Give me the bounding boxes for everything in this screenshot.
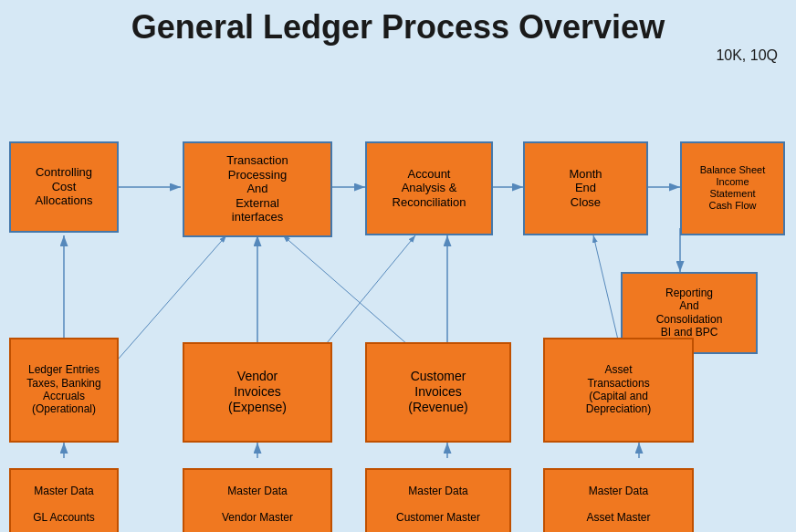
- asset-trans-box: Asset Transactions (Capital and Deprecia…: [543, 338, 694, 443]
- balancesheet-box: Balance Sheet Income Statement Cash Flow: [680, 141, 785, 235]
- transaction-box: Transaction Processing And External inte…: [183, 141, 332, 237]
- customer-inv-box: Customer Invoices (Revenue): [365, 342, 511, 443]
- ledger-box: Ledger Entries Taxes, Banking Accruals (…: [9, 338, 119, 443]
- monthend-box: Month End Close: [523, 141, 648, 235]
- subtitle: 10K, 10Q: [0, 47, 796, 64]
- svg-line-11: [283, 235, 415, 351]
- svg-line-14: [593, 235, 621, 351]
- controlling-box: Controlling Cost Allocations: [9, 141, 119, 233]
- account-box: Account Analysis & Reconciliation: [365, 141, 493, 235]
- vendor-inv-box: Vendor Invoices (Expense): [183, 342, 332, 443]
- master-gl-box: Master Data GL Accounts: [9, 468, 119, 532]
- master-asset-box: Master Data Asset Master: [543, 468, 694, 532]
- master-vendor-box: Master Data Vendor Master: [183, 468, 332, 532]
- master-customer-box: Master Data Customer Master: [365, 468, 511, 532]
- page-title: General Ledger Process Overview: [0, 0, 796, 46]
